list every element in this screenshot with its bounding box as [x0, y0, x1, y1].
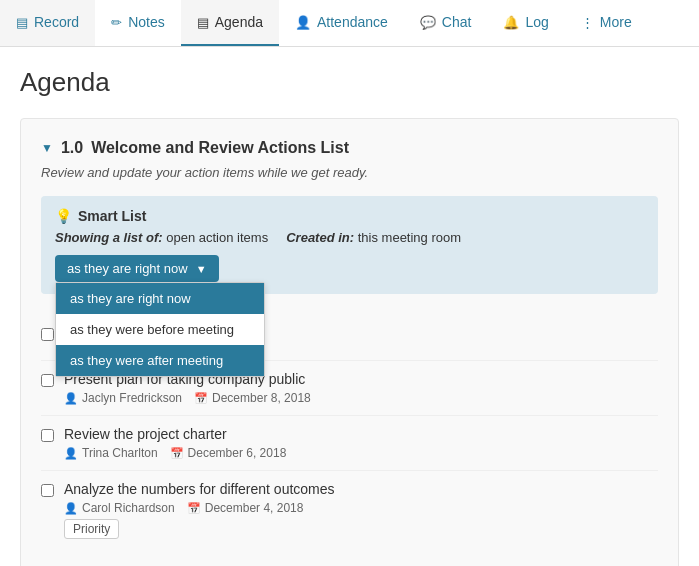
smart-list-info: Showing a list of: open action items Cre…: [55, 230, 644, 245]
log-icon: 🔔: [503, 15, 519, 30]
action-item-meta-3: 👤 Carol Richardson 📅 December 4, 2018: [64, 501, 658, 515]
notes-icon: ✏: [111, 15, 122, 30]
created-label: Created in:: [286, 230, 354, 245]
record-icon: ▤: [16, 15, 28, 30]
dropdown-menu: as they are right now as they were befor…: [55, 282, 265, 377]
nav-chat[interactable]: 💬 Chat: [404, 0, 488, 46]
action-item-content-2: Review the project charter 👤 Trina Charl…: [64, 426, 658, 460]
smart-list-box: 💡 Smart List Showing a list of: open act…: [41, 196, 658, 294]
calendar-icon-3: 📅: [187, 502, 201, 515]
dropdown-option-right-now[interactable]: as they are right now: [56, 283, 264, 314]
page-title: Agenda: [20, 67, 679, 98]
calendar-icon-1: 📅: [194, 392, 208, 405]
agenda-section: ▼ 1.0 Welcome and Review Actions List Re…: [20, 118, 679, 566]
nav-chat-label: Chat: [442, 14, 472, 30]
action-item-person-2: 👤 Trina Charlton: [64, 446, 158, 460]
action-item-date-3: 📅 December 4, 2018: [187, 501, 304, 515]
dropdown-button[interactable]: as they are right now ▼: [55, 255, 219, 282]
more-icon: ⋮: [581, 15, 594, 30]
nav-agenda-label: Agenda: [215, 14, 263, 30]
nav-attendance-label: Attendance: [317, 14, 388, 30]
dropdown-caret-icon: ▼: [196, 263, 207, 275]
nav-record-label: Record: [34, 14, 79, 30]
section-title: Welcome and Review Actions List: [91, 139, 349, 157]
smart-list-title: 💡 Smart List: [55, 208, 644, 224]
showing-value: open action items: [166, 230, 268, 245]
action-item-checkbox-1[interactable]: [41, 374, 54, 387]
action-item-meta-1: 👤 Jaclyn Fredrickson 📅 December 8, 2018: [64, 391, 658, 405]
nav-log[interactable]: 🔔 Log: [487, 0, 564, 46]
action-item: Review the project charter 👤 Trina Charl…: [41, 416, 658, 471]
action-item-date-1: 📅 December 8, 2018: [194, 391, 311, 405]
person-icon-3: 👤: [64, 502, 78, 515]
action-item-person-1: 👤 Jaclyn Fredrickson: [64, 391, 182, 405]
section-toggle[interactable]: ▼: [41, 141, 53, 155]
dropdown-option-before-meeting[interactable]: as they were before meeting: [56, 314, 264, 345]
dropdown-option-after-meeting[interactable]: as they were after meeting: [56, 345, 264, 376]
nav-agenda[interactable]: ▤ Agenda: [181, 0, 279, 46]
action-item-content-3: Analyze the numbers for different outcom…: [64, 481, 658, 539]
dropdown-selected-label: as they are right now: [67, 261, 188, 276]
person-icon-2: 👤: [64, 447, 78, 460]
action-item-checkbox-3[interactable]: [41, 484, 54, 497]
nav-more[interactable]: ⋮ More: [565, 0, 648, 46]
showing-label: Showing a list of:: [55, 230, 163, 245]
nav-record[interactable]: ▤ Record: [0, 0, 95, 46]
action-item-title-3: Analyze the numbers for different outcom…: [64, 481, 658, 497]
person-icon: 👤: [64, 392, 78, 405]
section-header: ▼ 1.0 Welcome and Review Actions List: [41, 139, 658, 157]
section-subtitle: Review and update your action items whil…: [41, 165, 658, 180]
nav-attendance[interactable]: 👤 Attendance: [279, 0, 404, 46]
nav-notes[interactable]: ✏ Notes: [95, 0, 181, 46]
chat-icon: 💬: [420, 15, 436, 30]
action-item-person-3: 👤 Carol Richardson: [64, 501, 175, 515]
bulb-icon: 💡: [55, 208, 72, 224]
action-item-meta-2: 👤 Trina Charlton 📅 December 6, 2018: [64, 446, 658, 460]
dropdown-wrapper: as they are right now ▼ as they are righ…: [55, 255, 219, 282]
priority-badge: Priority: [64, 519, 119, 539]
nav-bar: ▤ Record ✏ Notes ▤ Agenda 👤 Attendance 💬…: [0, 0, 699, 47]
agenda-icon: ▤: [197, 15, 209, 30]
action-item-checkbox-2[interactable]: [41, 429, 54, 442]
section-number: 1.0: [61, 139, 83, 157]
created-value: this meeting room: [358, 230, 461, 245]
attendance-icon: 👤: [295, 15, 311, 30]
nav-notes-label: Notes: [128, 14, 165, 30]
nav-more-label: More: [600, 14, 632, 30]
action-item-date-2: 📅 December 6, 2018: [170, 446, 287, 460]
action-item-title-2: Review the project charter: [64, 426, 658, 442]
nav-log-label: Log: [525, 14, 548, 30]
calendar-icon-2: 📅: [170, 447, 184, 460]
action-item: Analyze the numbers for different outcom…: [41, 471, 658, 549]
partial-item-checkbox[interactable]: [41, 328, 54, 341]
page-content: Agenda ▼ 1.0 Welcome and Review Actions …: [0, 47, 699, 566]
